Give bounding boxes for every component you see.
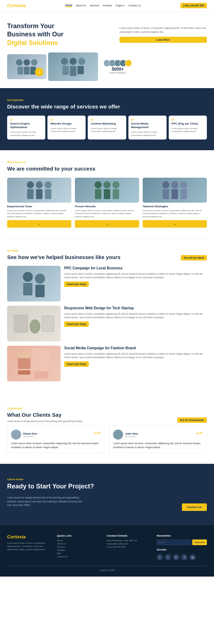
work-image-1: [7, 266, 61, 301]
hero-side: Lorem ipsum dolor sit amet, consectetur …: [119, 22, 207, 47]
why-image-3: [143, 178, 207, 203]
facebook-icon[interactable]: f: [157, 554, 163, 561]
subscribe-button[interactable]: Subscribe: [192, 539, 207, 545]
footer-link-portfolio[interactable]: Portfolio: [57, 549, 102, 551]
footer-contact: Contact Details Jasa Tambangan, Kab. BNT…: [107, 534, 151, 561]
work-content-3: Social Media Campaign for Fashion Brand …: [64, 346, 207, 381]
copyright: Cortexia © 2024: [7, 569, 207, 571]
cta-tag: Call-to-Action: [7, 478, 182, 481]
newsletter-row: Subscribe: [157, 539, 207, 545]
nav-home[interactable]: Home: [65, 4, 72, 7]
case-study-btn-3[interactable]: Read Case Study: [64, 361, 89, 367]
testimonials-title: What Our Clients Say: [7, 411, 177, 419]
instagram-icon[interactable]: ig: [189, 554, 196, 561]
hero-text: Transform Your Business with Our Digital…: [7, 22, 112, 47]
twitter-icon[interactable]: t: [165, 554, 171, 561]
footer-brand: Cortexia Lorem ipsum dolor sit amet, con…: [7, 534, 52, 561]
nav-services[interactable]: Services: [90, 4, 100, 7]
social-row: f t in li ig: [157, 554, 207, 561]
testimonials-tag: Testimonials: [7, 407, 177, 410]
testi-avatar-1: [11, 430, 21, 440]
footer-bottom: Cortexia © 2024: [7, 566, 207, 571]
linkedin2-icon[interactable]: li: [181, 554, 188, 561]
why-section: Why Choose Us We are committed to your s…: [0, 150, 214, 238]
nav-contact[interactable]: Contact Us: [128, 4, 141, 7]
testi-top-2: John Doe Designation ❝❞: [113, 430, 203, 440]
why-grid: Experienced Team Lorem ipsum dolor sit a…: [7, 178, 207, 228]
contact-details-title: Contact Details: [107, 534, 151, 537]
hero-title: Transform Your Business with Our Digital…: [7, 22, 112, 47]
testi-info-1: Diana Doe Designation: [23, 432, 37, 437]
testi-text-2: Lorem ipsum dolor sit amet, consectetur …: [113, 442, 203, 449]
testi-text-1: Lorem ipsum dolor sit amet, consectetur …: [11, 442, 101, 449]
footer-link-about[interactable]: About Us: [57, 543, 102, 545]
work-card-1: PPC Campaign for Local Business Lorem ip…: [7, 266, 207, 301]
footer: Cortexia Lorem ipsum dolor sit amet, con…: [0, 525, 214, 577]
avatar-stack: [103, 60, 132, 67]
why-card-1: Experienced Team Lorem ipsum dolor sit a…: [7, 178, 71, 228]
phone-button[interactable]: (+62) 134-967-895: [180, 3, 207, 8]
why-arrow-1[interactable]: →: [7, 220, 71, 228]
nav-links: Home About Us Services Portfolio Pages ▾…: [65, 4, 141, 7]
services-grid: 01 Search Engine Optimization Lorem ipsu…: [7, 116, 207, 140]
quote-icon-1: ❝❞: [94, 431, 101, 438]
nav-portfolio[interactable]: Portfolio: [103, 4, 112, 7]
nav-pages[interactable]: Pages ▾: [116, 4, 125, 7]
footer-link-services[interactable]: Services: [57, 546, 102, 548]
why-card-3: Tailored Strategies Lorem ipsum dolor si…: [143, 178, 207, 228]
cta-title: Ready to Start Your Project?: [7, 482, 182, 491]
arrow-icon[interactable]: ↗: [35, 68, 44, 76]
footer-desc: Lorem ipsum dolor sit amet, consectetur …: [7, 542, 52, 551]
testi-avatar-2: [113, 430, 123, 440]
testimonials-section: Testimonials What Our Clients Say Lorem …: [0, 396, 214, 464]
cta-content: Call-to-Action Ready to Start Your Proje…: [7, 478, 207, 511]
testi-header: Testimonials What Our Clients Say Lorem …: [7, 407, 207, 423]
footer-link-home[interactable]: Home: [57, 539, 102, 542]
hero-description: Lorem ipsum dolor sit amet, consectetur …: [119, 26, 207, 34]
hero-images: ↗: [7, 52, 207, 81]
services-section: Our Expertise Discover the wide range of…: [0, 88, 214, 150]
testi-card-2: John Doe Designation ❝❞ Lorem ipsum dolo…: [109, 426, 207, 453]
newsletter-input[interactable]: [157, 539, 192, 545]
why-image-2: [75, 178, 139, 203]
service-card-1: 01 Search Engine Optimization Lorem ipsu…: [7, 116, 45, 140]
work-image-3: [7, 346, 61, 381]
contact-us-button[interactable]: Contact Us: [182, 503, 207, 511]
work-image-2: [7, 306, 61, 341]
socials-label: Socials: [157, 548, 207, 551]
work-content-2: Responsive Web Design for Tech Startup L…: [64, 306, 207, 341]
why-card-2: Proven Results Lorem ipsum dolor sit ame…: [75, 178, 139, 228]
testi-top-1: Diana Doe Designation ❝❞: [11, 430, 101, 440]
footer-link-blog[interactable]: Blog: [57, 552, 102, 554]
linkedin-icon[interactable]: in: [173, 554, 179, 561]
footer-link-contact[interactable]: Contact Us: [57, 556, 102, 558]
work-header: Our Work See how we've helped businesses…: [7, 249, 207, 261]
why-arrow-3[interactable]: →: [143, 220, 207, 228]
see-all-testimonials-button[interactable]: See All Testimonials: [177, 417, 207, 423]
newsletter-title: Newsletter: [157, 534, 207, 537]
cta-text: Call-to-Action Ready to Start Your Proje…: [7, 478, 182, 511]
quote-icon-2: ❝❞: [196, 431, 203, 438]
footer-newsletter: Newsletter Subscribe Socials f t in li i…: [157, 534, 207, 561]
see-all-work-button[interactable]: See All Our Work: [181, 255, 207, 260]
footer-grid: Cortexia Lorem ipsum dolor sit amet, con…: [7, 534, 207, 561]
nav-about[interactable]: About Us: [76, 4, 86, 7]
testimonials-subtitle: Lorem ipsum is simply dummy text of the …: [7, 420, 172, 423]
navbar: Cortexia Home About Us Services Portfoli…: [0, 0, 214, 11]
work-content-1: PPC Campaign for Local Business Lorem ip…: [64, 266, 207, 301]
hero-section: Transform Your Business with Our Digital…: [0, 11, 214, 88]
services-title: Discover the wide range of services we o…: [7, 103, 207, 110]
work-tag: Our Work: [7, 249, 121, 252]
service-card-5: 05 PPC (Pay per Click) Lorem ipsum dolor…: [169, 116, 207, 140]
quick-links-title: Quick Link: [57, 534, 102, 537]
case-study-btn-1[interactable]: Read Case Study: [64, 282, 89, 287]
case-study-btn-2[interactable]: Read Case Study: [64, 321, 89, 327]
footer-logo: Cortexia: [7, 534, 52, 539]
footer-email: Support@cortexia.com: [107, 543, 151, 545]
why-arrow-2[interactable]: →: [75, 220, 139, 228]
work-card-2: Responsive Web Design for Tech Startup L…: [7, 306, 207, 341]
testimonials-grid: Diana Doe Designation ❝❞ Lorem ipsum dol…: [7, 426, 207, 453]
testi-info-2: John Doe Designation: [125, 432, 138, 437]
learn-more-button[interactable]: Learn More: [119, 37, 207, 43]
hero-image-2: [48, 52, 98, 81]
